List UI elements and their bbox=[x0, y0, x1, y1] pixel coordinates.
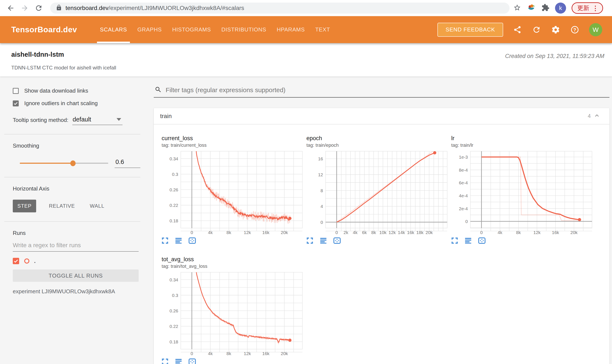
svg-text:0.3: 0.3 bbox=[172, 172, 178, 177]
bookmark-star-icon[interactable] bbox=[513, 4, 521, 12]
run-name: . bbox=[34, 258, 36, 264]
extensions-puzzle-icon[interactable] bbox=[542, 4, 549, 13]
experiment-bar: aishell-tdnn-lstm TDNN-LSTM CTC model fo… bbox=[0, 43, 612, 77]
fit-data-icon[interactable] bbox=[188, 358, 196, 364]
fullscreen-icon[interactable] bbox=[161, 237, 169, 244]
tab-hparams[interactable]: HPARAMS bbox=[277, 16, 305, 43]
reload-icon[interactable] bbox=[34, 3, 43, 13]
horizontal-axis-label: Horizontal Axis bbox=[13, 185, 140, 192]
svg-text:?: ? bbox=[573, 27, 576, 32]
sidebar-divider bbox=[4, 221, 140, 222]
show-download-links-checkbox[interactable] bbox=[13, 88, 19, 94]
fullscreen-icon[interactable] bbox=[161, 358, 169, 364]
extension-app-icon[interactable] bbox=[527, 3, 536, 13]
svg-text:16: 16 bbox=[318, 156, 323, 161]
ignore-outliers-checkbox[interactable] bbox=[13, 101, 19, 106]
smoothing-slider-fill bbox=[20, 163, 73, 164]
svg-text:0.26: 0.26 bbox=[169, 187, 178, 192]
chart-plot[interactable]: 0.180.220.260.30.3404k8k12k16k20k bbox=[157, 151, 303, 236]
address-bar[interactable]: tensorboard.dev/experiment/LJI9MWUORLOw3… bbox=[50, 2, 510, 13]
svg-text:0.34: 0.34 bbox=[169, 277, 178, 282]
tooltip-sorting-select[interactable]: default bbox=[72, 116, 123, 125]
browser-toolbar: tensorboard.dev/experiment/LJI9MWUORLOw3… bbox=[0, 0, 612, 16]
svg-text:8k: 8k bbox=[516, 230, 521, 235]
share-icon[interactable] bbox=[513, 25, 522, 35]
forward-icon[interactable] bbox=[20, 3, 29, 13]
tensorboard-logo[interactable]: TensorBoard.dev bbox=[11, 25, 77, 34]
collapse-chevron-icon[interactable] bbox=[594, 113, 600, 119]
train-group-header[interactable]: train 4 bbox=[154, 108, 610, 124]
svg-text:20k: 20k bbox=[426, 230, 433, 235]
fullscreen-icon[interactable] bbox=[451, 237, 459, 244]
browser-profile-avatar[interactable]: k bbox=[555, 2, 566, 13]
svg-text:16k: 16k bbox=[262, 230, 269, 235]
chart-plot[interactable]: 02e-44e-46e-48e-41e-304k8k12k16k20k bbox=[446, 151, 593, 236]
svg-text:14k: 14k bbox=[398, 230, 405, 235]
smoothing-slider-handle[interactable] bbox=[70, 160, 75, 166]
svg-text:18k: 18k bbox=[416, 230, 424, 235]
filter-tags-row[interactable] bbox=[154, 86, 610, 98]
chart-plot[interactable]: 0.180.220.260.30.3404k8k12k16k20k bbox=[157, 272, 303, 357]
chart-title: current_loss bbox=[157, 135, 302, 142]
log-scale-icon[interactable] bbox=[320, 237, 327, 244]
svg-text:0.22: 0.22 bbox=[169, 324, 178, 329]
browser-menu-icon[interactable]: ⋮ bbox=[592, 4, 598, 12]
sidebar-divider bbox=[4, 177, 140, 177]
tab-text[interactable]: TEXT bbox=[315, 16, 330, 43]
back-icon[interactable] bbox=[6, 3, 15, 13]
log-scale-icon[interactable] bbox=[464, 237, 472, 244]
experiment-name: aishell-tdnn-lstm bbox=[11, 51, 64, 58]
tab-histograms[interactable]: HISTOGRAMS bbox=[172, 16, 211, 43]
log-scale-icon[interactable] bbox=[175, 237, 182, 244]
svg-text:4: 4 bbox=[320, 204, 323, 209]
axis-relative-button[interactable]: RELATIVE bbox=[49, 203, 75, 209]
show-download-links-row[interactable]: Show data download links bbox=[13, 88, 140, 94]
chevron-down-icon bbox=[117, 118, 121, 121]
tab-distributions[interactable]: DISTRIBUTIONS bbox=[221, 16, 266, 43]
group-count: 4 bbox=[588, 113, 591, 119]
run-checkbox[interactable] bbox=[13, 258, 19, 264]
chart-plot[interactable]: 048121602k4k6k8k10k12k14k16k18k20k bbox=[302, 151, 448, 236]
svg-text:4k: 4k bbox=[208, 230, 213, 235]
chrome-update-button[interactable]: 更新 ⋮ bbox=[571, 2, 603, 14]
tensorboard-header: TensorBoard.dev SCALARS GRAPHS HISTOGRAM… bbox=[0, 16, 612, 43]
run-row[interactable]: . bbox=[13, 258, 140, 264]
axis-step-button[interactable]: STEP bbox=[13, 200, 36, 212]
ignore-outliers-label: Ignore outliers in chart scaling bbox=[24, 100, 97, 107]
smoothing-slider[interactable] bbox=[20, 163, 108, 164]
fullscreen-icon[interactable] bbox=[306, 237, 314, 244]
svg-text:8k: 8k bbox=[226, 351, 231, 356]
axis-wall-button[interactable]: WALL bbox=[90, 203, 104, 209]
smoothing-value-input[interactable]: 0.6 bbox=[115, 158, 140, 168]
filter-tags-input[interactable] bbox=[166, 86, 609, 94]
fit-data-icon[interactable] bbox=[188, 237, 196, 244]
account-avatar[interactable]: W bbox=[589, 23, 602, 36]
tab-graphs[interactable]: GRAPHS bbox=[137, 16, 162, 43]
settings-gear-icon[interactable] bbox=[551, 25, 560, 35]
tab-scalars[interactable]: SCALARS bbox=[100, 16, 127, 43]
svg-text:8e-4: 8e-4 bbox=[459, 168, 468, 172]
svg-text:12k: 12k bbox=[389, 230, 396, 235]
show-download-links-label: Show data download links bbox=[24, 88, 88, 94]
fit-data-icon[interactable] bbox=[478, 237, 486, 244]
svg-text:0.34: 0.34 bbox=[169, 156, 178, 161]
refresh-icon[interactable] bbox=[532, 25, 542, 35]
chart-tag: tag: train/epoch bbox=[302, 143, 446, 148]
svg-text:4k: 4k bbox=[353, 230, 358, 235]
send-feedback-button[interactable]: SEND FEEDBACK bbox=[437, 23, 503, 37]
svg-text:8k: 8k bbox=[226, 230, 231, 235]
fit-data-icon[interactable] bbox=[333, 237, 341, 244]
svg-text:8k: 8k bbox=[371, 230, 376, 235]
toggle-all-runs-button[interactable]: TOGGLE ALL RUNS bbox=[13, 270, 139, 282]
help-icon[interactable]: ? bbox=[570, 25, 580, 35]
runs-filter-input[interactable] bbox=[13, 242, 139, 252]
settings-sidebar: Show data download links Ignore outliers… bbox=[0, 77, 151, 364]
log-scale-icon[interactable] bbox=[175, 358, 182, 364]
ignore-outliers-row[interactable]: Ignore outliers in chart scaling bbox=[13, 100, 140, 107]
chart-title: tot_avg_loss bbox=[157, 256, 302, 262]
chart-actions bbox=[446, 237, 591, 244]
run-color-indicator[interactable] bbox=[24, 259, 29, 263]
chart-title: epoch bbox=[302, 135, 446, 142]
charts-grid: current_losstag: train/current_loss0.180… bbox=[154, 124, 610, 364]
svg-text:0: 0 bbox=[320, 220, 323, 225]
